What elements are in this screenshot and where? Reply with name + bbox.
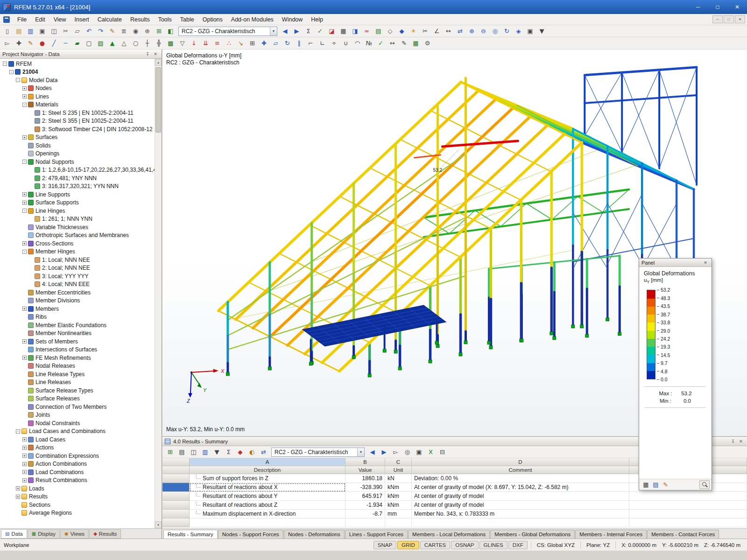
results-tab-lines-support-forces[interactable]: Lines - Support Forces [345,530,408,539]
menu-item-options[interactable]: Options [198,15,227,24]
expander-icon[interactable]: - [9,70,14,74]
pin-icon[interactable]: ↧ [144,51,151,57]
mdi-restore-button[interactable]: □ [724,15,734,23]
tree-item-nodal-constraints[interactable]: Nodal Constraints [0,419,155,427]
res-color-bars-button[interactable]: ▥ [199,447,211,457]
scroll-up-icon[interactable]: ▲ [155,59,162,66]
open-button[interactable]: ▤ [13,26,25,36]
navigator-tab-results[interactable]: ◆ Results [89,529,121,539]
res-find-button[interactable]: ◎ [402,447,413,457]
legend-color-edit-button[interactable]: ▤ [651,480,661,489]
row-selector[interactable] [162,483,190,492]
opening-tool-button[interactable]: ▢ [83,38,95,49]
scrollbar-track[interactable] [155,66,162,521]
combinations-button[interactable]: ⊞ [247,38,258,49]
table-row[interactable]: Maximum displacement in X-direction -8.7… [162,510,747,518]
expander-icon[interactable]: - [16,78,20,82]
measure-2-button[interactable]: ↔ [387,38,398,49]
results-tab-nodes-support-forces[interactable]: Nodes - Support Forces [218,530,283,539]
cell-comment[interactable]: Deviation: 0.00 % [412,474,629,483]
cell-value[interactable]: -328.390 [345,483,385,492]
show-results-button[interactable]: ◪ [326,26,338,36]
res-sync-views-button[interactable]: ⇄ [258,447,269,457]
res-next-case-button[interactable]: ▶ [378,447,390,457]
tree-item-sections[interactable]: Sections [0,501,155,509]
tree-item-member-hinges[interactable]: - Member Hinges [0,248,155,256]
mdi-minimize-button[interactable]: ─ [712,15,723,23]
tree-item-load-combinations[interactable]: + Load Combinations [0,468,155,476]
expander-icon[interactable]: + [22,470,27,474]
deformation-display-button[interactable]: ≈ [361,26,373,36]
node-tool-button[interactable]: ● [36,38,48,49]
tree-item-21004[interactable]: - 21004 [0,68,155,77]
numbering-button[interactable]: № [363,38,375,49]
edit-button[interactable]: ✎ [106,26,118,36]
expander-icon[interactable]: - [22,103,27,107]
tree-item-actions[interactable]: + Actions [0,444,155,452]
row-selector[interactable] [162,510,190,518]
expander-icon[interactable]: + [22,86,27,91]
minimize-button[interactable]: ─ [688,0,708,14]
expander-icon[interactable]: + [16,486,20,490]
tree-item-joints[interactable]: Joints [0,411,155,420]
photo-button[interactable]: ◉ [130,26,141,36]
tree-item-surface-releases[interactable]: Surface Releases [0,395,155,403]
tree-item-1-261-1-nnn-ynn[interactable]: 1: 261; 1; NNN YNN [0,215,155,224]
tables-button[interactable]: ⊞ [153,26,165,36]
nodal-load-button[interactable]: ↓ [188,38,200,49]
tree-item-nodal-releases[interactable]: Nodal Releases [0,362,155,371]
division-tool-button[interactable]: ┼ [141,38,153,49]
expander-icon[interactable]: + [22,94,27,98]
tree-item-solids[interactable]: Solids [0,141,155,150]
cell-unit[interactable]: kNm [385,492,412,501]
angle-button[interactable]: ∠ [431,26,443,36]
results-tab-members-local-deformations[interactable]: Members - Local Deformations [408,530,490,539]
tree-item-members[interactable]: + Members [0,305,155,313]
wireframe-button[interactable]: ◇ [384,26,396,36]
scroll-down-icon[interactable]: ▼ [155,521,162,528]
res-filter-button[interactable]: ▼ [211,447,223,457]
combo-dropdown-icon[interactable]: ▼ [270,27,277,35]
tree-item-member-divisions[interactable]: Member Divisions [0,297,155,305]
check-model-button[interactable]: ✓ [375,38,387,49]
legend-display-options-button[interactable]: ▦ [641,480,651,489]
column-header-a[interactable]: A [190,458,345,466]
res-fixed-button[interactable]: ◫ [188,447,199,457]
menu-item-edit[interactable]: Edit [31,15,49,24]
tree-item-combination-expressions[interactable]: + Combination Expressions [0,452,155,460]
cell-comment[interactable]: At center of gravity of model [412,492,629,501]
expander-icon[interactable]: - [22,160,27,164]
panel-toggle-button[interactable]: ◨ [349,26,361,36]
menu-item-calculate[interactable]: Calculate [93,15,126,24]
menu-item-view[interactable]: View [49,15,70,24]
print-preview-button[interactable]: ◫ [48,26,60,36]
member-tool-button[interactable]: ─ [60,38,71,49]
navigator-tab-display[interactable]: ▦ Display [28,529,60,539]
cell-description[interactable]: Sum of support forces in Z [190,474,345,483]
tree-item-3-316-317-320-321-yyn-nnn[interactable]: 3: 316,317,320,321; YYN NNN [0,182,155,191]
cell-description[interactable]: Resultant of reactions about X [190,483,345,492]
tree-item-line-release-types[interactable]: Line Release Types [0,370,155,378]
surface-tool-button[interactable]: ▰ [71,38,83,49]
expander-icon[interactable]: + [22,462,27,466]
zoom-details-button[interactable] [699,480,710,489]
navigator-close-icon[interactable]: ✕ [152,51,159,57]
tree-item-connection-of-two-members[interactable]: Connection of Two Members [0,403,155,411]
results-tab-results-summary[interactable]: Results - Summary [163,530,218,539]
tree-item-2-local-nnn-nee[interactable]: 2: Local; NNN NEE [0,264,155,273]
copy-objects-button[interactable]: ▱ [270,38,282,49]
trim-button[interactable]: ⌐ [305,38,317,49]
menu-item-window[interactable]: Window [278,15,307,24]
cell-description[interactable]: Resultant of reactions about Z [190,501,345,510]
cell-value[interactable]: -8.7 [345,510,385,518]
cell-comment[interactable]: Member No. 343, x: 0.783333 m [412,510,629,518]
column-header-c[interactable]: C [385,458,412,466]
tree-item-3-local-yyy-yyy[interactable]: 3: Local; YYY YYY [0,272,155,280]
rotate-objects-button[interactable]: ↻ [282,38,293,49]
res-view-mode-button[interactable]: ▤ [176,447,188,457]
results-tab-members-internal-forces[interactable]: Members - Internal Forces [575,530,647,539]
line-tool-button[interactable]: ╱ [48,38,60,49]
tree-item-average-regions[interactable]: Average Regions [0,509,155,518]
check-button[interactable]: ✓ [314,26,326,36]
tree-item-line-hinges[interactable]: - Line Hinges [0,207,155,215]
